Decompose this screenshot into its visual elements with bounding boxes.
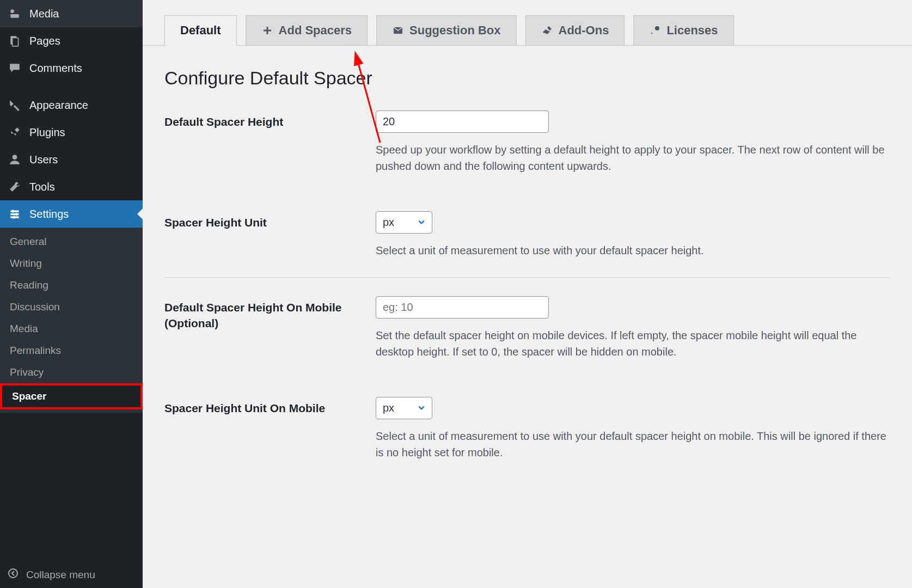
tab-add-spacers[interactable]: Add Spacers (246, 15, 368, 46)
svg-rect-8 (13, 210, 14, 213)
sidebar-item-label: Tools (29, 181, 55, 193)
row-mobile-unit: Spacer Height Unit On Mobile px Select a… (164, 397, 890, 479)
label-mobile-unit: Spacer Height Unit On Mobile (164, 397, 376, 416)
collapse-menu[interactable]: Collapse menu (0, 561, 143, 588)
input-default-height[interactable] (376, 111, 549, 133)
tab-bar: Default Add Spacers Suggestion Box Add-O… (143, 0, 912, 46)
select-height-unit[interactable]: px (376, 211, 432, 234)
subitem-permalinks[interactable]: Permalinks (0, 340, 143, 362)
row-mobile-height: Default Spacer Height On Mobile (Optiona… (164, 296, 890, 378)
tools-icon (8, 180, 22, 194)
help-mobile-height: Set the default spacer height on mobile … (376, 327, 890, 360)
tab-default[interactable]: Default (164, 15, 237, 46)
svg-rect-10 (14, 216, 15, 219)
subitem-discussion[interactable]: Discussion (0, 296, 143, 318)
help-default-height: Speed up your workflow by setting a defa… (376, 142, 890, 174)
subitem-writing[interactable]: Writing (0, 253, 143, 274)
sidebar-item-comments[interactable]: Comments (0, 54, 143, 82)
select-value: px (383, 402, 394, 414)
sidebar-item-users[interactable]: Users (0, 146, 143, 173)
sidebar-item-label: Settings (29, 208, 69, 220)
subitem-general[interactable]: General (0, 231, 143, 253)
sidebar-item-label: Comments (29, 62, 82, 75)
tab-suggestion-box[interactable]: Suggestion Box (376, 15, 516, 46)
key-icon (649, 24, 661, 36)
svg-rect-6 (10, 213, 19, 215)
svg-point-13 (655, 26, 659, 30)
media-icon (8, 7, 22, 21)
comments-icon (8, 61, 22, 75)
svg-point-4 (13, 155, 17, 160)
svg-rect-9 (16, 213, 17, 216)
row-height-unit: Spacer Height Unit px Select a unit of m… (164, 211, 890, 278)
sidebar-item-pages[interactable]: Pages (0, 27, 143, 54)
sidebar-item-media[interactable]: Media (0, 0, 143, 27)
tab-add-ons[interactable]: Add-Ons (525, 15, 625, 46)
help-height-unit: Select a unit of measurement to use with… (376, 242, 890, 259)
tab-label: Default (180, 23, 221, 38)
sidebar-item-label: Pages (29, 35, 60, 47)
label-mobile-height: Default Spacer Height On Mobile (Optiona… (164, 296, 376, 332)
label-default-height: Default Spacer Height (164, 111, 376, 130)
subitem-spacer[interactable]: Spacer (0, 383, 143, 409)
row-default-height: Default Spacer Height Speed up your work… (164, 111, 890, 193)
tab-label: Licenses (666, 23, 718, 38)
help-mobile-unit: Select a unit of measurement to use with… (376, 428, 890, 461)
sidebar-item-label: Appearance (29, 99, 88, 112)
svg-point-11 (9, 569, 17, 578)
sidebar-item-tools[interactable]: Tools (0, 173, 143, 200)
plugins-icon (8, 125, 22, 139)
users-icon (8, 152, 22, 167)
subitem-privacy[interactable]: Privacy (0, 362, 143, 383)
sidebar-item-label: Media (29, 8, 59, 20)
plug-icon (541, 24, 553, 36)
tab-label: Add Spacers (279, 23, 352, 38)
sidebar-item-appearance[interactable]: Appearance (0, 91, 143, 119)
sidebar-item-label: Plugins (29, 126, 65, 139)
svg-point-0 (10, 9, 14, 13)
settings-icon (8, 207, 22, 221)
select-mobile-unit[interactable]: px (376, 397, 432, 419)
tab-licenses[interactable]: Licenses (633, 15, 733, 46)
select-value: px (383, 216, 394, 229)
collapse-label: Collapse menu (26, 569, 95, 581)
admin-sidebar: Media Pages Comments Appearance Plugins … (0, 0, 143, 588)
settings-submenu: General Writing Reading Discussion Media… (0, 228, 143, 413)
settings-form: Configure Default Spacer Default Spacer … (143, 46, 912, 519)
label-height-unit: Spacer Height Unit (164, 211, 376, 230)
sidebar-item-settings[interactable]: Settings (0, 200, 143, 228)
tab-label: Suggestion Box (409, 23, 500, 38)
subitem-media[interactable]: Media (0, 318, 143, 340)
sidebar-item-label: Users (29, 154, 58, 166)
input-mobile-height[interactable] (376, 296, 549, 318)
main-content: Default Add Spacers Suggestion Box Add-O… (143, 0, 912, 588)
subitem-reading[interactable]: Reading (0, 274, 143, 296)
tab-label: Add-Ons (559, 23, 609, 38)
sidebar-item-plugins[interactable]: Plugins (0, 119, 143, 146)
svg-rect-5 (10, 210, 19, 212)
collapse-icon (8, 568, 19, 581)
envelope-icon (392, 24, 404, 36)
page-title: Configure Default Spacer (164, 68, 890, 89)
chevron-down-icon (418, 402, 425, 414)
pages-icon (8, 34, 22, 48)
plus-icon (261, 24, 273, 36)
appearance-icon (8, 98, 22, 112)
svg-rect-1 (10, 14, 19, 18)
chevron-down-icon (418, 216, 425, 229)
svg-rect-3 (13, 38, 19, 46)
